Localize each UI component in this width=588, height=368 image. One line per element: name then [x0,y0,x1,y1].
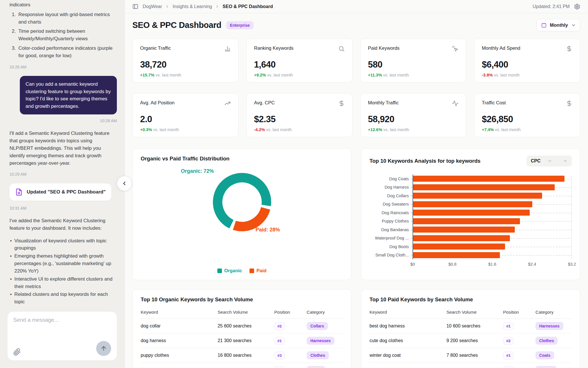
x-axis-tick: $2.4 [528,262,536,267]
list-item: Responsive layout with grid-based metric… [17,11,117,26]
bar-fill[interactable] [413,227,515,233]
position-badge: #2 [503,337,514,345]
metric-delta-suffix: vs. last month [383,127,409,132]
cursor-click-icon [452,45,459,52]
bar-chart-panel: Top 10 Keywords Analysis for top keyword… [361,148,580,280]
category-badge: Clothes [535,337,558,345]
metric-label: Ranking Keywords [254,45,294,51]
panel-toggle-icon[interactable] [132,3,138,9]
chevron-down-icon [563,159,568,163]
paperclip-icon[interactable] [13,348,21,356]
gear-icon[interactable] [574,3,580,10]
x-axis-tick: $0 [410,262,415,267]
position-badge: #4 [274,366,285,368]
metric-grid: Organic Traffic 38,720 +15.7% vs. last m… [132,39,580,137]
paid-table-title: Top 10 Paid Keywords by Search Volume [370,296,572,303]
bar-category-label: Dog Collars [370,193,413,198]
assistant-message: indicators Responsive layout with grid-b… [9,1,117,70]
legend-swatch [249,269,254,273]
metric-value: 580 [368,60,459,70]
organic-table-title: Top 10 Organic Keywords by Search Volume [141,296,343,303]
metric-value: 2.0 [140,114,231,124]
breadcrumb-item-insights[interactable]: Insights & Learning [173,4,212,9]
legend-item-organic[interactable]: Organic [217,268,242,273]
table-row: personalized dog collar7 100 searches#3C… [370,363,572,368]
metric-value: 58,920 [368,114,459,124]
metric-label: Organic Traffic [140,45,171,51]
keyword-cell: winter dog coat [370,348,446,363]
position-badge: #1 [274,337,285,345]
bar-chart-icon [224,45,231,52]
assistant-message-text: indicators [9,1,117,9]
metric-value: $26,850 [482,114,572,124]
dollar-icon [566,45,572,52]
column-header: Category [535,310,572,319]
bar-fill[interactable] [413,193,542,199]
bar-fill[interactable] [413,252,500,258]
donut-chart-title: Organic vs Paid Traffic Distribution [141,156,343,162]
table-row: dog coat15 200 searches#4Coats [141,363,343,368]
column-header: Keyword [370,310,446,319]
search-volume-cell: 16 800 searches [218,348,274,363]
assistant-message-text: I've added the Semantic Keyword Clusteri… [9,217,117,232]
donut-label-paid: Paid: 28% [256,227,280,233]
organic-keywords-panel: Top 10 Organic Keywords by Search Volume… [132,289,351,368]
message-input[interactable] [13,317,111,341]
bar-fill[interactable] [413,201,532,207]
message-timestamp: 10:26 AM [9,64,117,70]
metric-delta-suffix: vs. last month [494,73,519,77]
metric-card-monthly-traffic: Monthly Traffic 58,920 +12.6% vs. last m… [360,93,467,137]
metric-delta: -4.2% [254,127,265,132]
bar-fill[interactable] [413,218,520,224]
bar-row: Waterproof Dog ... [370,234,572,243]
breadcrumb-bar: DogWear Insights & Learning SEO & PPC Da… [125,0,588,13]
metric-card-avg-ad-position: Avg. Ad Position 2.0 +0.3% vs. last mont… [132,93,239,137]
search-volume-cell: 10 600 searches [446,319,503,334]
organic-keywords-table: Keyword Search Volume Position Category … [141,310,343,368]
legend-label: Organic [224,268,242,273]
app-window: indicators Responsive layout with grid-b… [0,0,588,368]
assistant-numbered-list: Responsive layout with grid-based metric… [9,11,117,60]
position-badge: #1 [503,352,514,359]
donut-chart-panel: Organic vs Paid Traffic Distribution Org… [132,148,351,280]
chevron-left-icon [121,181,127,186]
breadcrumb-item-dogwear[interactable]: DogWear [143,4,162,9]
metric-delta-suffix: vs. last month [383,73,409,77]
period-selector[interactable]: Monthly [537,19,580,31]
sidebar-collapse-button[interactable] [117,176,131,191]
metric-card-ranking-keywords: Ranking Keywords 1,640 +9.2% vs. last mo… [246,39,353,83]
bar-fill[interactable] [413,176,564,182]
paid-keywords-table: Keyword Search Volume Position Category … [370,310,572,368]
bar-fill[interactable] [413,184,555,190]
artifact-update-card[interactable]: Updated "SEO & PPC Dashboard" [9,183,111,201]
metric-value: $2.35 [254,114,345,124]
column-header: Search Volume [218,310,274,319]
document-icon [15,188,23,196]
bar-fill[interactable] [413,235,510,241]
bar-row: Dog Boots [370,242,572,251]
keyword-cell: best dog harness [370,319,446,334]
assistant-message-text: I'll add a Semantic Keyword Clustering f… [9,130,117,167]
search-volume-cell: 9 200 searches [446,334,503,348]
legend-item-paid[interactable]: Paid [249,268,266,273]
metric-delta: +9.2% [254,73,266,77]
position-badge: #3 [274,352,285,359]
bar-fill[interactable] [413,244,505,250]
message-timestamp: 10:29 AM [9,171,117,177]
metric-value: 38,720 [140,60,231,70]
search-volume-cell: 25 600 searches [218,319,274,334]
chevron-down-icon [571,23,576,28]
keyword-cell: dog coat [141,363,218,368]
send-button[interactable] [96,341,111,356]
metric-label: Paid Keywords [368,45,400,51]
chevron-right-icon [165,4,169,9]
table-row: best dog harness10 600 searches#1Harness… [370,319,572,334]
bar-row: Small Dog Cloth... [370,251,572,260]
search-icon [338,45,345,52]
metric-delta-suffix: vs. last month [267,73,293,77]
search-volume-cell: 7 100 searches [446,363,503,368]
bar-row: Dog Sweaters [370,200,572,209]
bar-row: Dog Raincoats [370,208,572,217]
metric-dropdown[interactable]: CPC [527,156,572,166]
bar-fill[interactable] [413,210,530,216]
